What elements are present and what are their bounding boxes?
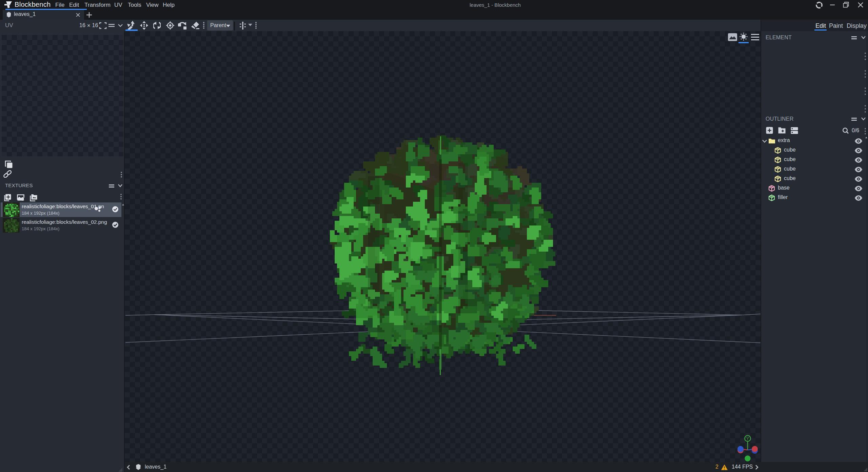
svg-text:Y: Y [746, 436, 749, 441]
